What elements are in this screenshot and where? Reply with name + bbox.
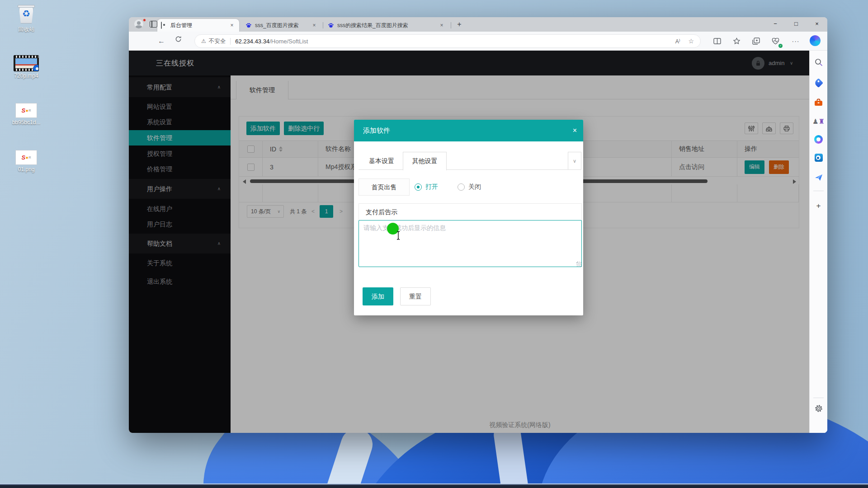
desktop-icon-recycle-bin[interactable]: ♻ 回收站 bbox=[5, 3, 48, 33]
tab-close-icon[interactable]: × bbox=[311, 22, 318, 29]
modal-submit-button[interactable]: 添加 bbox=[363, 287, 393, 305]
add-software-modal: 添加软件 × 基本设置 其他设置 ∨ 首页出售 打开 关闭 支付后告示 bbox=[354, 120, 583, 315]
games-icon[interactable]: ♟♜ bbox=[814, 117, 824, 127]
window-controls: − □ × bbox=[765, 17, 827, 31]
toolbox-icon[interactable] bbox=[814, 97, 824, 107]
search-icon[interactable] bbox=[814, 57, 824, 67]
maximize-button[interactable]: □ bbox=[786, 17, 807, 31]
back-button[interactable]: ← bbox=[156, 36, 167, 47]
baidu-paw-icon bbox=[328, 22, 334, 28]
drop-paper-plane-icon[interactable] bbox=[814, 173, 824, 183]
collections-icon[interactable] bbox=[750, 35, 762, 47]
browser-tab-baidu-search[interactable]: sss_百度图片搜索 × bbox=[242, 19, 321, 32]
desktop-icon-label: 回收站 bbox=[5, 26, 48, 33]
url-path: /Home/SoftList bbox=[269, 38, 308, 45]
profile-notification-dot bbox=[143, 19, 146, 22]
desktop-icon-label: 01.png bbox=[5, 166, 48, 173]
movie-reel-icon bbox=[33, 65, 39, 71]
outlook-icon[interactable] bbox=[814, 153, 824, 163]
security-warning-icon: ⚠ bbox=[201, 38, 206, 44]
payment-notice-label: 支付后告示 bbox=[359, 203, 582, 221]
page-viewport: 三在线授权 admin ∨ 常用配置 ∧ 网站设置 系统设置 bbox=[129, 51, 809, 433]
modal-close-icon[interactable]: × bbox=[573, 120, 577, 141]
essentials-status-dot: ✓ bbox=[778, 44, 783, 48]
settings-more-icon[interactable]: ··· bbox=[790, 35, 802, 47]
desktop-icon-image-file[interactable]: S◆R bb95bc1d... bbox=[5, 103, 48, 126]
shopping-icon[interactable] bbox=[814, 78, 824, 88]
tab-separator bbox=[323, 22, 323, 28]
favorite-star-icon[interactable]: ☆ bbox=[688, 38, 694, 45]
close-button[interactable]: × bbox=[807, 17, 827, 31]
image-file-icon: S◆R bbox=[15, 103, 37, 118]
baidu-paw-icon bbox=[245, 22, 252, 28]
favorites-icon[interactable] bbox=[731, 35, 742, 47]
home-sale-label: 首页出售 bbox=[359, 178, 410, 196]
security-label[interactable]: 不安全 bbox=[209, 38, 226, 45]
sidebar-divider bbox=[813, 191, 824, 191]
radio-selected-icon[interactable] bbox=[415, 183, 422, 191]
tab-overflow-chevron-icon[interactable]: ∨ bbox=[568, 152, 581, 170]
profile-avatar bbox=[134, 19, 143, 28]
browser-toolbar: ← ⚠ 不安全 62.234.43.34 /Home/SoftList A) ☆ bbox=[129, 32, 827, 51]
video-file-icon bbox=[14, 55, 39, 71]
desktop-icon-video-file[interactable]: 720p.mp4 bbox=[5, 55, 48, 79]
radio-open[interactable]: 打开 bbox=[415, 178, 438, 196]
browser-tab-strip: 后台管理 × sss_百度图片搜索 × sss的搜索结果_百度图片搜索 bbox=[129, 17, 827, 32]
modal-tab-basic-settings[interactable]: 基本设置 bbox=[361, 152, 402, 170]
edge-sidebar: ♟♜ + bbox=[809, 51, 827, 433]
tab-close-icon[interactable]: × bbox=[438, 22, 445, 29]
new-tab-button[interactable]: + bbox=[454, 20, 464, 30]
modal-header: 添加软件 × bbox=[354, 120, 583, 141]
taskbar-edge bbox=[0, 483, 868, 488]
desktop-icon-label: 720p.mp4 bbox=[5, 73, 48, 79]
tab-title: sss的搜索结果_百度图片搜索 bbox=[337, 22, 434, 29]
url-host: 62.234.43.34 bbox=[235, 38, 269, 45]
address-bar[interactable]: ⚠ 不安全 62.234.43.34 /Home/SoftList A) ☆ bbox=[194, 34, 701, 48]
browser-tab-admin[interactable]: 后台管理 × bbox=[157, 19, 239, 32]
browser-window: 后台管理 × sss_百度图片搜索 × sss的搜索结果_百度图片搜索 bbox=[129, 17, 827, 433]
browser-profile-button[interactable] bbox=[134, 19, 146, 29]
sidebar-divider bbox=[813, 398, 824, 398]
split-screen-icon[interactable] bbox=[711, 35, 723, 47]
tab-title: 后台管理 bbox=[170, 22, 225, 29]
copilot-icon[interactable] bbox=[810, 35, 821, 46]
sidebar-settings-gear-icon[interactable] bbox=[814, 404, 824, 413]
mod al-title: 添加软件 bbox=[363, 120, 390, 141]
text-cursor-icon bbox=[396, 231, 401, 240]
radio-unselected-icon[interactable] bbox=[458, 183, 465, 191]
tab-title: sss_百度图片搜索 bbox=[255, 22, 307, 29]
browser-essentials-icon[interactable]: ✓ bbox=[769, 35, 781, 47]
desktop-icon-image-file[interactable]: S◆R 01.png bbox=[5, 150, 48, 173]
address-divider bbox=[230, 38, 231, 45]
tab-separator bbox=[451, 22, 451, 28]
minimize-button[interactable]: − bbox=[765, 17, 786, 31]
modal-tab-other-settings[interactable]: 其他设置 bbox=[403, 152, 447, 170]
browser-tab-baidu-results[interactable]: sss的搜索结果_百度图片搜索 × bbox=[324, 19, 449, 32]
desktop-icon-label: bb95bc1d... bbox=[5, 119, 48, 126]
site-favicon bbox=[161, 22, 167, 28]
modal-reset-button[interactable]: 重置 bbox=[400, 287, 431, 305]
refresh-button[interactable] bbox=[175, 36, 186, 47]
read-aloud-icon[interactable]: A) bbox=[675, 38, 680, 45]
browser-content: 三在线授权 admin ∨ 常用配置 ∧ 网站设置 系统设置 bbox=[129, 51, 827, 433]
workspaces-icon[interactable] bbox=[150, 21, 157, 28]
textarea-resize-handle[interactable] bbox=[576, 262, 581, 267]
recycle-bin-icon: ♻ bbox=[17, 3, 35, 24]
image-file-icon: S◆R bbox=[15, 150, 37, 165]
modal-tab-bar: 基本设置 其他设置 bbox=[359, 152, 568, 170]
radio-closed[interactable]: 关闭 bbox=[458, 178, 481, 196]
add-sidebar-app-icon[interactable]: + bbox=[814, 201, 824, 211]
microsoft-365-icon[interactable] bbox=[814, 134, 824, 144]
tab-close-icon[interactable]: × bbox=[228, 22, 236, 29]
